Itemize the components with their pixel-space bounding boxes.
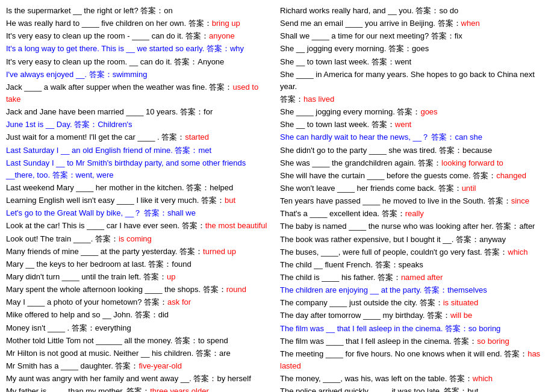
answer-text: named after bbox=[401, 273, 443, 282]
answer-text: themselves bbox=[447, 285, 487, 294]
sentence-text: Learning English well isn't easy ____ I … bbox=[6, 196, 225, 205]
answer-text: which bbox=[473, 374, 493, 383]
list-item: Look at the car! This is ____ car I have… bbox=[6, 220, 274, 232]
sentence-text: The children are enjoying __ at the part… bbox=[280, 285, 447, 294]
sentence-text: Look at the car! This is ____ car I have… bbox=[6, 221, 205, 230]
sentence-text: Mary didn't turn ____ until the train le… bbox=[6, 272, 167, 281]
sentence-text: She will have the curtain ____ before th… bbox=[280, 171, 496, 180]
answer-text: round bbox=[226, 285, 246, 294]
list-item: The baby is named ____ the nurse who was… bbox=[280, 220, 548, 232]
list-item: The children are enjoying __ at the part… bbox=[280, 284, 548, 296]
answer-text: can she bbox=[455, 132, 482, 142]
answer-text: looking forward to bbox=[441, 158, 503, 167]
answer-text: up bbox=[167, 272, 175, 281]
sentence-text: It's a long way to get there. This is __… bbox=[6, 44, 230, 53]
sentence-text: I've always enjoyed __. 答案： bbox=[6, 70, 113, 79]
list-item: The police arrived quickly, ____ it was … bbox=[280, 385, 548, 392]
list-item: The child __ fluent French. 答案：speaks bbox=[280, 259, 548, 271]
list-item: Jack ____ a walk after supper when the w… bbox=[6, 81, 274, 105]
answer-text: changed bbox=[496, 171, 526, 180]
answer-text: goes bbox=[420, 107, 437, 116]
list-item: Mary spent the whole afternoon looking _… bbox=[6, 284, 274, 296]
answer-text: ask for bbox=[167, 297, 191, 306]
list-item: May I ____ a photo of your hometown? 答案：… bbox=[6, 296, 274, 308]
list-item: Is the supermarket __ the right or left?… bbox=[6, 5, 274, 17]
sentence-text: He was really hard to ____ five children… bbox=[6, 19, 212, 28]
list-item: Mr Smith has a ____ daughter. 答案：five-ye… bbox=[6, 360, 274, 372]
answer-text: started bbox=[185, 132, 209, 142]
sentence-text: That's a ____ excellent idea. 答案： bbox=[280, 209, 405, 218]
list-item: It's very easy to clean up the room - __… bbox=[6, 30, 274, 42]
list-item: The meeting ____ for five hours. No one … bbox=[280, 348, 548, 372]
list-item: She __ to town last week. 答案：went bbox=[280, 119, 548, 131]
list-item: Mary __ the keys to her bedroom at last.… bbox=[6, 258, 274, 270]
answer-text: is coming bbox=[119, 234, 152, 243]
answer-text: will be bbox=[450, 311, 472, 320]
answer-text: when bbox=[461, 19, 480, 28]
sentence-text: Look out! The train ____. 答案： bbox=[6, 234, 119, 243]
list-item: She __ to town last week. 答案：went bbox=[280, 56, 548, 68]
sentence-text: The buses, ____, were full of people, co… bbox=[280, 247, 508, 257]
list-item: June 1st is __ Day. 答案：Children's bbox=[6, 119, 274, 131]
list-item: The child is ____ his father. 答案：named a… bbox=[280, 272, 548, 284]
sentence-text: The company ____ just outside the city. … bbox=[280, 298, 443, 307]
page-layout: Is the supermarket __ the right or left?… bbox=[6, 5, 548, 392]
list-item: Money isn't ____ . 答案：everything bbox=[6, 322, 274, 334]
answer-text: has lived bbox=[303, 95, 334, 104]
answer-text: swimming bbox=[113, 70, 148, 79]
list-item: Look out! The train ____. 答案：is coming bbox=[6, 233, 274, 245]
sentence-text: She __ to town last week. 答案： bbox=[280, 120, 395, 129]
sentence-text: 答案： bbox=[280, 95, 303, 104]
sentence-text: My father is ____ than my mother. 答案： bbox=[6, 387, 150, 392]
sentence-text: Just wait for a moment! I'll get the car… bbox=[6, 132, 185, 142]
answer-text: the most beautiful bbox=[205, 221, 267, 230]
list-item: She can hardly wait to hear the news, __… bbox=[280, 131, 548, 143]
sentence-text: She can hardly wait to hear the news, __… bbox=[280, 132, 455, 142]
list-item: That's a ____ excellent idea. 答案：really bbox=[280, 208, 548, 220]
sentence-text: May I ____ a photo of your hometown? 答案： bbox=[6, 297, 167, 306]
sentence-text: Jack ____ a walk after supper when the w… bbox=[6, 82, 232, 92]
sentence-text: Ten years have passed ____ he moved to l… bbox=[280, 196, 511, 205]
list-item: Many friends of mine ____ at the party y… bbox=[6, 246, 274, 258]
list-item: She __ jogging every morning. 答案：goes bbox=[280, 43, 548, 55]
list-item: Mr Hilton is not good at music. Neither … bbox=[6, 347, 274, 359]
list-item: The buses, ____, were full of people, co… bbox=[280, 246, 548, 258]
answer-text: anyone bbox=[209, 31, 235, 40]
list-item: The film was __ that I fell asleep in th… bbox=[280, 323, 548, 335]
answer-text: went bbox=[395, 120, 411, 129]
sentence-text: It's very easy to clean up the room - __… bbox=[6, 31, 209, 40]
sentence-text: She won't leave ____ her friends come ba… bbox=[280, 184, 462, 193]
answer-text: until bbox=[462, 184, 476, 193]
right-column: Richard works really hard, and __ you. 答… bbox=[280, 5, 548, 392]
answer-text: bring up bbox=[212, 19, 240, 28]
answer-text: which bbox=[508, 247, 528, 257]
list-item: She ____ jogging every morning. 答案：goes bbox=[280, 106, 548, 118]
list-item: Richard works really hard, and __ you. 答… bbox=[280, 5, 548, 17]
sentence-text: The meeting ____ for five hours. No one … bbox=[280, 349, 528, 358]
list-item: The day after tomorrow ____ my birthday.… bbox=[280, 310, 548, 322]
list-item: She didn't go to the party ____ she was … bbox=[280, 145, 548, 157]
list-item: Ten years have passed ____ he moved to l… bbox=[280, 195, 548, 207]
sentence-text: She ____ jogging every morning. 答案： bbox=[280, 107, 420, 116]
list-item: I've always enjoyed __. 答案：swimming bbox=[6, 69, 274, 81]
list-item: Shall we ____ a time for our next meetin… bbox=[280, 30, 548, 42]
list-item: The money, ____, was his, was left on th… bbox=[280, 373, 548, 385]
answer-text: really bbox=[405, 209, 424, 218]
left-column: Is the supermarket __ the right or left?… bbox=[6, 5, 274, 392]
sentence-text: Mary spent the whole afternoon looking _… bbox=[6, 285, 226, 294]
list-item: She will have the curtain ____ before th… bbox=[280, 170, 548, 182]
sentence-text: The film was ____ that I fell asleep in … bbox=[280, 337, 477, 346]
list-item: Send me an email ____ you arrive in Beij… bbox=[280, 17, 548, 30]
list-item: 答案：has lived bbox=[280, 93, 548, 105]
list-item: My father is ____ than my mother. 答案：thr… bbox=[6, 385, 274, 392]
answer-text: three years older bbox=[150, 387, 209, 392]
list-item: My aunt was angry with her family and we… bbox=[6, 373, 274, 385]
answer-text: why bbox=[230, 44, 244, 53]
sentence-text: She was ____ the grandchildren again. 答案… bbox=[280, 158, 441, 167]
list-item: Learning English well isn't easy ____ I … bbox=[6, 194, 274, 207]
list-item: Mother told Little Tom not ______ all th… bbox=[6, 335, 274, 347]
answer-text: but bbox=[225, 196, 235, 205]
list-item: He was really hard to ____ five children… bbox=[6, 17, 274, 30]
list-item: She was ____ the grandchildren again. 答案… bbox=[280, 157, 548, 169]
answer-text: turned up bbox=[203, 247, 236, 256]
